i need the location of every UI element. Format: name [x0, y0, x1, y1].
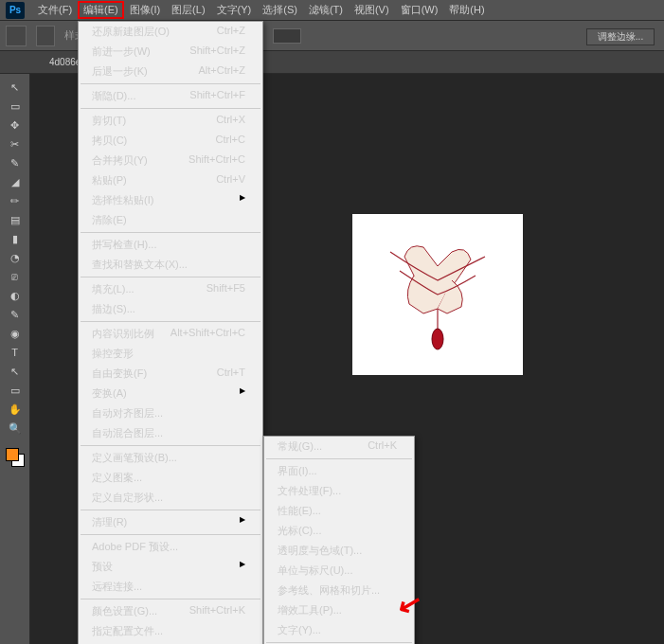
menu-item: 剪切(T)Ctrl+X: [79, 111, 262, 131]
menu-item[interactable]: 性能(E)...: [264, 501, 414, 521]
menu-图层(L)[interactable]: 图层(L): [166, 1, 210, 19]
menu-图像(I)[interactable]: 图像(I): [124, 1, 166, 19]
tool-icon[interactable]: ◉: [5, 324, 26, 343]
menu-滤镜(T)[interactable]: 滤镜(T): [303, 1, 349, 19]
preferences-submenu: 常规(G)...Ctrl+K界面(I)...文件处理(F)...性能(E)...…: [263, 436, 415, 644]
tool-icon[interactable]: ↖: [5, 362, 26, 381]
menu-选择(S)[interactable]: 选择(S): [257, 1, 303, 19]
menu-item: 拷贝(C)Ctrl+C: [79, 131, 262, 151]
menu-item[interactable]: 前进一步(W)Shift+Ctrl+Z: [79, 42, 262, 62]
color-swatch[interactable]: [6, 448, 25, 467]
menu-item[interactable]: 填充(L)...Shift+F5: [79, 279, 262, 299]
menu-item: 自动对齐图层...: [79, 403, 262, 423]
tool-icon[interactable]: ✋: [5, 400, 26, 419]
menu-item: 自动混合图层...: [79, 423, 262, 443]
tool-icon[interactable]: ◢: [5, 172, 26, 191]
menu-item[interactable]: 界面(I)...: [264, 461, 414, 481]
refine-edge-button[interactable]: 调整边缘...: [586, 28, 655, 45]
tool-icon[interactable]: T: [5, 343, 26, 362]
tool-icon[interactable]: ◐: [5, 286, 26, 305]
menu-item[interactable]: 定义画笔预设(B)...: [79, 448, 262, 468]
menu-视图(V)[interactable]: 视图(V): [349, 1, 395, 19]
menu-item[interactable]: 参考线、网格和切片...: [264, 581, 414, 600]
menu-item: 合并拷贝(Y)Shift+Ctrl+C: [79, 151, 262, 170]
edit-menu-dropdown: 还原新建图层(O)Ctrl+Z前进一步(W)Shift+Ctrl+Z后退一步(K…: [78, 21, 263, 644]
tool-icon[interactable]: ▭: [5, 381, 26, 400]
tool-preset-icon[interactable]: [6, 26, 27, 46]
menu-item[interactable]: 还原新建图层(O)Ctrl+Z: [79, 22, 262, 42]
menu-item[interactable]: 自由变换(F)Ctrl+T: [79, 364, 262, 384]
menu-item[interactable]: 颜色设置(G)...Shift+Ctrl+K: [79, 601, 262, 621]
tool-icon[interactable]: ▤: [5, 210, 26, 229]
canvas-image: [352, 214, 523, 375]
menu-item[interactable]: 文件处理(F)...: [264, 481, 414, 501]
height-field[interactable]: [273, 28, 301, 44]
tool-icon[interactable]: 🔍: [5, 419, 26, 438]
tool-icon[interactable]: ↖: [5, 78, 26, 97]
menu-item[interactable]: 指定配置文件...: [79, 621, 262, 641]
tool-sidebar: ↖▭✥✂✎◢✏▤▮◔⎚◐✎◉T↖▭✋🔍: [0, 74, 30, 644]
menu-文件(F)[interactable]: 文件(F): [32, 1, 78, 19]
menu-item[interactable]: Adobe PDF 预设...: [79, 537, 262, 557]
tool-icon[interactable]: ▭: [5, 97, 26, 116]
menu-item[interactable]: 文字(Y)...: [264, 620, 414, 640]
menu-item[interactable]: 常规(G)...Ctrl+K: [264, 437, 414, 456]
menu-item[interactable]: 操控变形: [79, 344, 262, 364]
tool-icon[interactable]: ✎: [5, 153, 26, 172]
marquee-mode-icon[interactable]: [36, 26, 55, 46]
menu-item: 渐隐(D)...Shift+Ctrl+F: [79, 86, 262, 106]
tool-icon[interactable]: ✥: [5, 116, 26, 134]
menu-item: 描边(S)...: [79, 299, 262, 319]
menu-item[interactable]: 透明度与色域(T)...: [264, 541, 414, 561]
menu-item: 定义自定形状...: [79, 488, 262, 508]
menu-item[interactable]: 清理(R)▶: [79, 512, 262, 532]
menu-item[interactable]: 单位与标尺(U)...: [264, 561, 414, 581]
menu-item[interactable]: 远程连接...: [79, 577, 262, 597]
tool-icon[interactable]: ⎚: [5, 267, 26, 286]
menu-item: 查找和替换文本(X)...: [79, 255, 262, 275]
menubar: Ps 文件(F)编辑(E)图像(I)图层(L)文字(Y)选择(S)滤镜(T)视图…: [0, 0, 664, 21]
menu-item: 清除(E): [79, 210, 262, 230]
menu-帮助(H)[interactable]: 帮助(H): [443, 1, 490, 19]
svg-point-0: [432, 329, 443, 349]
tool-icon[interactable]: ✏: [5, 191, 26, 210]
menu-item[interactable]: 预设▶: [79, 557, 262, 577]
menu-item[interactable]: 增效工具(P)...: [264, 600, 414, 620]
menu-item[interactable]: 选择性粘贴(I)▶: [79, 190, 262, 210]
menu-item[interactable]: 光标(C)...: [264, 521, 414, 541]
app-logo: Ps: [6, 2, 25, 19]
menu-item[interactable]: 定义图案...: [79, 468, 262, 488]
menu-item[interactable]: 粘贴(P)Ctrl+V: [79, 170, 262, 190]
menu-item[interactable]: 变换(A)▶: [79, 384, 262, 403]
tool-icon[interactable]: ▮: [5, 229, 26, 248]
menu-item: 拼写检查(H)...: [79, 235, 262, 255]
tool-icon[interactable]: ✂: [5, 134, 26, 153]
menu-item[interactable]: 后退一步(K)Alt+Ctrl+Z: [79, 62, 262, 81]
menu-窗口(W)[interactable]: 窗口(W): [395, 1, 444, 19]
menu-编辑(E)[interactable]: 编辑(E): [78, 1, 124, 19]
tool-icon[interactable]: ◔: [5, 248, 26, 267]
tool-icon[interactable]: ✎: [5, 305, 26, 324]
menu-文字(Y)[interactable]: 文字(Y): [211, 1, 258, 19]
menu-item[interactable]: 内容识别比例Alt+Shift+Ctrl+C: [79, 324, 262, 344]
